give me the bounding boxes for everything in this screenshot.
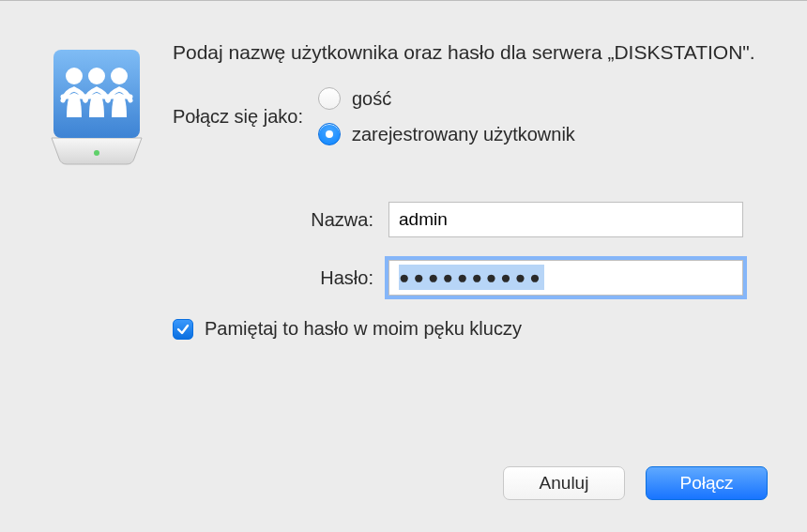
- radio-registered-button[interactable]: [318, 123, 341, 145]
- radio-registered[interactable]: zarejestrowany użytkownik: [318, 123, 575, 145]
- password-mask: ●●●●●●●●●●: [399, 265, 544, 290]
- cancel-button[interactable]: Anuluj: [503, 466, 625, 500]
- radio-registered-label: zarejestrowany użytkownik: [352, 124, 575, 145]
- right-column: Podaj nazwę użytkownika oraz hasło dla s…: [173, 38, 762, 145]
- name-row: Nazwa:: [173, 202, 743, 237]
- radio-guest[interactable]: gość: [318, 87, 575, 110]
- radio-guest-label: gość: [352, 88, 391, 110]
- connect-button[interactable]: Połącz: [646, 466, 768, 500]
- password-row: Hasło: ●●●●●●●●●●: [173, 260, 743, 296]
- prompt-text: Podaj nazwę użytkownika oraz hasło dla s…: [173, 38, 762, 67]
- connect-to-server-dialog: Podaj nazwę użytkownika oraz hasło dla s…: [0, 0, 807, 532]
- remember-row[interactable]: Pamiętaj to hasło w moim pęku kluczy: [173, 318, 762, 340]
- top-row: Podaj nazwę użytkownika oraz hasło dla s…: [45, 38, 762, 166]
- name-input[interactable]: [388, 202, 743, 237]
- remember-label: Pamiętaj to hasło w moim pęku kluczy: [205, 318, 522, 340]
- svg-point-4: [111, 68, 128, 84]
- remember-checkbox[interactable]: [173, 319, 193, 340]
- password-label: Hasło:: [173, 267, 388, 289]
- connect-as-radios: gość zarejestrowany użytkownik: [318, 87, 575, 145]
- dialog-buttons: Anuluj Połącz: [503, 466, 768, 500]
- credentials-form: Nazwa: Hasło: ●●●●●●●●●●: [173, 202, 743, 296]
- svg-point-3: [88, 68, 105, 84]
- password-input[interactable]: ●●●●●●●●●●: [388, 260, 743, 296]
- connect-as-row: Połącz się jako: gość zarejestrowany uży…: [173, 87, 762, 145]
- server-icon: [45, 38, 148, 166]
- radio-guest-button[interactable]: [318, 87, 341, 110]
- name-label: Nazwa:: [173, 209, 388, 231]
- connect-as-label: Połącz się jako:: [173, 106, 309, 128]
- svg-point-0: [94, 150, 99, 156]
- dialog-content: Podaj nazwę użytkownika oraz hasło dla s…: [0, 1, 807, 368]
- svg-point-2: [66, 68, 83, 84]
